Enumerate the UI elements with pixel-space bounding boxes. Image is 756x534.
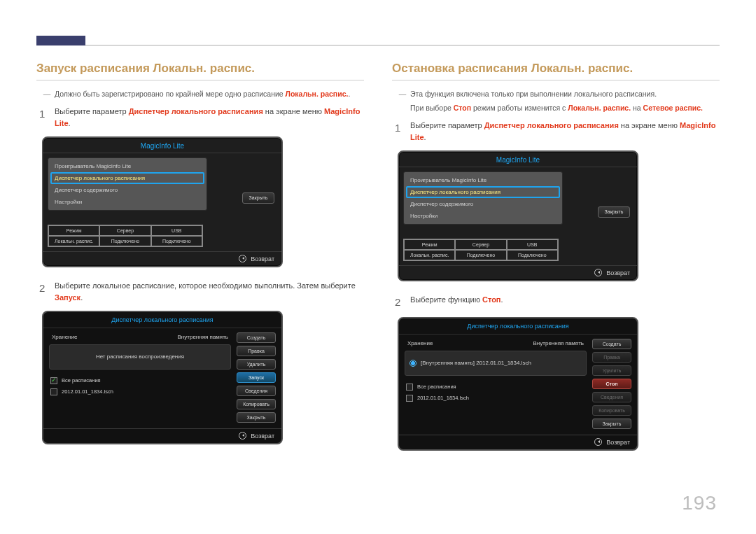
right-heading: Остановка расписания Локальн. распис. <box>392 62 720 80</box>
chk-label: 2012.01.01_1834.lsch <box>62 388 113 395</box>
menu-list: Проигрыватель MagicInfo Lite Диспетчер л… <box>48 157 207 211</box>
menu-item[interactable]: Проигрыватель MagicInfo Lite <box>406 174 560 186</box>
storage-label: Хранение <box>407 340 433 346</box>
status-grid: Режим Сервер USB Локальн. распис. Подклю… <box>403 239 559 261</box>
grid-cell: Режим <box>404 239 455 250</box>
magicinfo-menu-panel: MagicInfo Lite Проигрыватель MagicInfo L… <box>42 136 283 267</box>
delete-button: Удалить <box>592 365 631 376</box>
return-icon <box>594 438 602 446</box>
chk-label: Все расписания <box>62 377 101 384</box>
return-icon <box>239 255 246 262</box>
return-label[interactable]: Возврат <box>251 433 274 440</box>
schedule-panel: Диспетчер локального расписания Хранение… <box>42 311 283 444</box>
header-chip <box>36 36 85 45</box>
left-step-2: 2 Выберите локальное расписание, которое… <box>39 280 364 304</box>
left-note: ― Должно быть зарегистрировано по крайне… <box>39 89 364 100</box>
checkbox-icon[interactable] <box>406 395 413 402</box>
menu-item-selected[interactable]: Диспетчер локального расписания <box>50 172 204 184</box>
menu-item[interactable]: Настройки <box>406 210 560 222</box>
delete-button[interactable]: Удалить <box>237 359 276 370</box>
side-buttons: Создать Правка Удалить Запуск Сведения К… <box>237 332 276 423</box>
menu-item-selected[interactable]: Диспетчер локального расписания <box>406 186 560 198</box>
content-box: Нет расписания воспроизведения <box>49 344 231 370</box>
right-step-1: 1 Выберите параметр Диспетчер локального… <box>395 120 720 143</box>
grid-cell: Сервер <box>455 239 506 250</box>
grid-cell: USB <box>507 239 558 250</box>
stop-button[interactable]: Стоп <box>592 379 631 389</box>
radio-icon <box>410 360 416 367</box>
page-number: 193 <box>682 492 717 514</box>
return-icon <box>594 269 602 276</box>
right-step-2: 2 Выберите функцию Стоп. <box>395 294 720 310</box>
return-label[interactable]: Возврат <box>606 439 630 446</box>
return-icon <box>239 432 246 440</box>
schedule-panel: Диспетчер локального расписания Хранение… <box>398 317 638 451</box>
left-step-1: 1 Выберите параметр Диспетчер локального… <box>39 106 364 129</box>
grid-cell: Подключено <box>151 236 202 246</box>
run-button[interactable]: Запуск <box>237 372 276 383</box>
right-note-1: ―Эта функция включена только при выполне… <box>395 89 720 100</box>
grid-cell: Подключено <box>99 236 150 246</box>
chk-label: 2012.01.01_1834.lsch <box>417 395 469 401</box>
close-button[interactable]: Закрыть <box>237 412 276 423</box>
edit-button[interactable]: Правка <box>237 346 276 356</box>
grid-cell: Локальн. распис. <box>404 250 455 260</box>
menu-item[interactable]: Диспетчер содержимого <box>406 198 560 210</box>
return-label[interactable]: Возврат <box>606 269 630 276</box>
menu-item[interactable]: Диспетчер содержимого <box>50 184 204 196</box>
close-button[interactable]: Закрыть <box>242 192 274 204</box>
magicinfo-menu-panel: MagicInfo Lite Проигрыватель MagicInfo L… <box>398 150 638 281</box>
checkbox-icon[interactable] <box>50 388 57 395</box>
grid-cell: Режим <box>48 225 99 236</box>
menu-item[interactable]: Настройки <box>50 196 204 208</box>
create-button[interactable]: Создать <box>592 339 631 349</box>
left-column: Запуск расписания Локальн. распис. ― Дол… <box>36 62 364 463</box>
copy-button: Копировать <box>592 405 631 416</box>
sched-title: Диспетчер локального расписания <box>43 312 281 328</box>
content-box: [Внутренняя память] 2012.01.01_1834.lsch <box>405 351 587 376</box>
create-button[interactable]: Создать <box>237 332 276 343</box>
details-button: Сведения <box>592 392 631 402</box>
checkbox-icon[interactable] <box>406 384 413 391</box>
close-button[interactable]: Закрыть <box>592 419 631 429</box>
edit-button: Правка <box>592 352 631 363</box>
return-label[interactable]: Возврат <box>251 255 274 262</box>
copy-button[interactable]: Копировать <box>237 399 276 409</box>
storage-label: Хранение <box>52 334 77 340</box>
grid-cell: Локальн. распис. <box>48 236 99 246</box>
left-heading: Запуск расписания Локальн. распис. <box>36 62 364 80</box>
close-button[interactable]: Закрыть <box>598 206 630 218</box>
right-note-2: При выборе Стоп режим работы изменится с… <box>410 103 720 114</box>
storage-value: Внутренняя память <box>533 340 584 346</box>
sched-title: Диспетчер локального расписания <box>399 318 637 335</box>
storage-value: Внутренняя память <box>178 334 228 340</box>
panel-title: MagicInfo Lite <box>399 152 637 167</box>
status-grid: Режим Сервер USB Локальн. распис. Подклю… <box>48 225 203 247</box>
header-rule <box>36 36 720 45</box>
menu-item[interactable]: Проигрыватель MagicInfo Lite <box>50 160 204 172</box>
right-column: Остановка расписания Локальн. распис. ―Э… <box>392 62 720 463</box>
grid-cell: Подключено <box>507 250 558 260</box>
grid-cell: Подключено <box>455 250 506 260</box>
grid-cell: Сервер <box>99 225 150 236</box>
grid-cell: USB <box>151 225 202 236</box>
menu-list: Проигрыватель MagicInfo Lite Диспетчер л… <box>403 171 563 225</box>
details-button[interactable]: Сведения <box>237 386 276 396</box>
side-buttons: Создать Правка Удалить Стоп Сведения Коп… <box>592 339 631 429</box>
chk-label: Все расписания <box>417 384 456 390</box>
panel-title: MagicInfo Lite <box>43 138 281 153</box>
checkbox-icon[interactable] <box>50 377 57 384</box>
